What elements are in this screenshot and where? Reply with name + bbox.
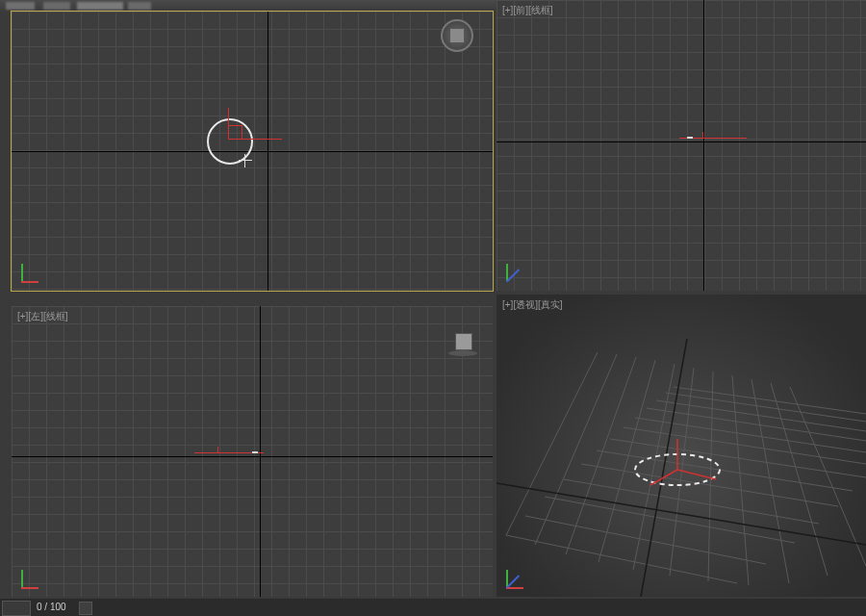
titlebar-segment <box>77 2 123 10</box>
perspective-grid <box>497 295 866 597</box>
app-root: [+][前][线框] [+][左][线框] <box>0 0 866 616</box>
svg-line-11 <box>666 393 866 422</box>
titlebar-segment <box>128 2 151 10</box>
viewcube-button[interactable] <box>441 19 473 52</box>
axis-horizontal <box>497 141 866 142</box>
svg-line-29 <box>650 470 677 485</box>
axis-tripod <box>21 256 46 281</box>
svg-line-0 <box>506 535 737 583</box>
svg-line-15 <box>566 357 636 554</box>
timeline[interactable]: 0 / 100 <box>0 599 866 616</box>
svg-line-24 <box>497 483 866 545</box>
svg-line-20 <box>732 375 749 585</box>
axis-vertical <box>260 306 261 597</box>
axis-vertical <box>703 0 704 291</box>
axis-tripod <box>506 562 531 587</box>
viewport-grid <box>497 0 866 291</box>
svg-line-13 <box>506 352 598 535</box>
axis-horizontal <box>12 456 493 457</box>
svg-line-1 <box>525 516 766 564</box>
timeline-frame-readout: 0 / 100 <box>37 602 66 612</box>
svg-line-25 <box>641 339 687 597</box>
svg-line-14 <box>535 354 617 545</box>
timeline-step-button[interactable] <box>79 602 92 615</box>
svg-line-16 <box>599 360 655 562</box>
titlebar-segment <box>6 2 35 10</box>
viewport-label[interactable]: [+][前][线框] <box>502 4 553 17</box>
axis-horizontal <box>12 151 493 152</box>
svg-line-17 <box>633 364 675 570</box>
viewport-left[interactable]: [+][左][线框] <box>12 306 493 597</box>
viewport-front[interactable]: [+][前][线框] <box>497 0 866 291</box>
cursor-indicator <box>239 154 252 167</box>
titlebar-segment <box>43 2 70 10</box>
viewport-perspective[interactable]: [+][透视][真实] <box>497 295 866 597</box>
viewport-label[interactable]: [+][左][线框] <box>17 310 68 323</box>
cube-icon <box>455 333 472 350</box>
svg-line-2 <box>545 497 795 543</box>
svg-line-12 <box>674 387 866 414</box>
axis-tripod <box>21 562 46 587</box>
viewcube-base <box>448 350 477 356</box>
axis-tripod <box>506 256 531 281</box>
svg-line-28 <box>677 470 716 479</box>
cube-icon <box>449 28 465 43</box>
axis-vertical <box>267 12 268 291</box>
viewport-top[interactable] <box>12 12 493 291</box>
timeline-frame-box[interactable] <box>2 601 31 616</box>
svg-line-10 <box>656 400 866 431</box>
viewport-label[interactable]: [+][透视][真实] <box>502 298 563 312</box>
svg-line-7 <box>624 427 866 464</box>
svg-line-19 <box>708 372 713 581</box>
viewcube-button[interactable] <box>452 331 473 356</box>
